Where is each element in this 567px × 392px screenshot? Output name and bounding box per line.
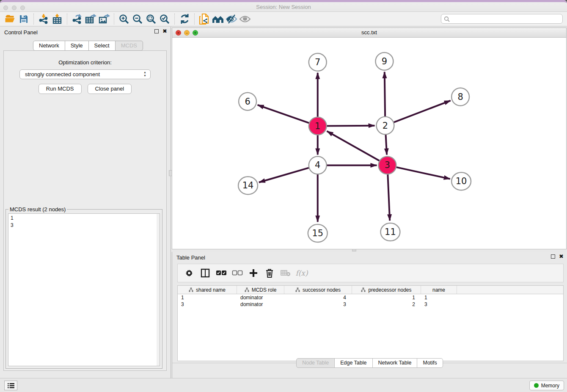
table-row[interactable]: 3dominator323 bbox=[178, 301, 563, 308]
tab-motifs[interactable]: Motifs bbox=[417, 358, 443, 368]
node-4[interactable]: 4 bbox=[309, 156, 327, 174]
criterion-dropdown[interactable]: strongly connected component ▲▼ bbox=[19, 69, 151, 79]
tab-select[interactable]: Select bbox=[88, 41, 116, 51]
close-panel-button[interactable]: Close panel bbox=[88, 84, 132, 94]
table-cell[interactable]: 3 bbox=[178, 301, 237, 308]
optimization-criterion-label: Optimization criterion: bbox=[4, 59, 166, 66]
table-cell[interactable]: dominator bbox=[237, 294, 284, 301]
criterion-value: strongly connected component bbox=[25, 71, 100, 77]
tab-node-table[interactable]: Node Table bbox=[296, 358, 335, 368]
zoom-fit-button[interactable] bbox=[144, 13, 158, 25]
export-network-button[interactable] bbox=[70, 13, 84, 25]
node-10[interactable]: 10 bbox=[451, 172, 471, 190]
tab-network-table[interactable]: Network Table bbox=[372, 358, 418, 368]
close-panel-icon[interactable]: ✖ bbox=[162, 29, 167, 33]
node-8[interactable]: 8 bbox=[451, 88, 469, 106]
node-11[interactable]: 11 bbox=[380, 223, 400, 241]
zoom-selected-button[interactable] bbox=[158, 13, 171, 25]
network-canvas[interactable]: 7968124314101511 bbox=[172, 38, 566, 249]
graphics-details-button[interactable] bbox=[238, 13, 252, 25]
column-sort-icon bbox=[361, 287, 366, 292]
edge-3-11[interactable] bbox=[388, 173, 390, 221]
node-table[interactable]: shared nameMCDS rolesuccessor nodesprede… bbox=[177, 285, 564, 361]
column-header-predecessor-nodes[interactable]: predecessor nodes bbox=[352, 286, 421, 294]
select-all-rows-icon[interactable] bbox=[214, 266, 228, 280]
column-header-shared-name[interactable]: shared name bbox=[178, 286, 237, 294]
tab-edge-table[interactable]: Edge Table bbox=[334, 358, 372, 368]
export-image-button[interactable] bbox=[97, 13, 111, 25]
network-maximize-icon[interactable]: + bbox=[193, 30, 198, 36]
network-close-icon[interactable]: ✕ bbox=[176, 30, 181, 36]
node-1[interactable]: 1 bbox=[309, 117, 327, 135]
table-cell[interactable]: 3 bbox=[284, 301, 352, 308]
network-window: ✕ – + scc.txt 7968124314101511 bbox=[172, 28, 567, 249]
deselect-all-rows-icon[interactable] bbox=[230, 266, 245, 280]
delete-table-icon[interactable] bbox=[278, 266, 293, 280]
gear-icon[interactable] bbox=[182, 266, 196, 280]
float-panel-icon[interactable] bbox=[154, 29, 159, 33]
search-input[interactable] bbox=[451, 16, 562, 22]
export-table-button[interactable] bbox=[84, 13, 97, 25]
new-network-from-selection-button[interactable] bbox=[198, 13, 211, 25]
edge-3-10[interactable] bbox=[395, 167, 450, 179]
column-sort-icon bbox=[189, 287, 193, 292]
tab-style[interactable]: Style bbox=[65, 41, 89, 51]
column-header-successor-nodes[interactable]: successor nodes bbox=[284, 286, 352, 294]
node-9[interactable]: 9 bbox=[375, 52, 393, 70]
save-session-button[interactable] bbox=[17, 13, 30, 25]
task-history-button[interactable] bbox=[4, 381, 17, 390]
split-view-icon[interactable] bbox=[198, 266, 212, 280]
node-3[interactable]: 3 bbox=[378, 156, 396, 174]
edge-2-9[interactable] bbox=[385, 72, 385, 118]
memory-button[interactable]: Memory bbox=[529, 381, 564, 390]
column-header-name[interactable]: name bbox=[421, 286, 457, 294]
control-panel-header: Control Panel ✖ bbox=[0, 27, 171, 38]
zoom-in-button[interactable] bbox=[117, 13, 131, 25]
table-cell[interactable]: 4 bbox=[284, 294, 352, 301]
node-6[interactable]: 6 bbox=[239, 93, 256, 110]
tab-mcds[interactable]: MCDS bbox=[115, 41, 143, 51]
search-field[interactable] bbox=[441, 14, 563, 24]
edge-1-2[interactable] bbox=[326, 126, 375, 126]
import-network-button[interactable] bbox=[37, 13, 50, 25]
node-15[interactable]: 15 bbox=[308, 224, 328, 242]
node-2[interactable]: 2 bbox=[376, 117, 394, 135]
network-minimize-icon[interactable]: – bbox=[184, 30, 190, 36]
column-sort-icon bbox=[295, 287, 300, 292]
table-row[interactable]: 1dominator411 bbox=[178, 294, 563, 301]
node-14[interactable]: 14 bbox=[238, 177, 258, 194]
table-cell[interactable]: 3 bbox=[421, 301, 457, 308]
function-builder-icon[interactable]: f(x) bbox=[295, 266, 309, 280]
memory-label: Memory bbox=[541, 383, 559, 389]
column-header-MCDS-role[interactable]: MCDS role bbox=[237, 286, 284, 294]
hide-graphics-details-button[interactable] bbox=[225, 13, 238, 25]
horizontal-splitter-handle[interactable] bbox=[352, 249, 356, 251]
mcds-result-fieldset: MCDS result (2 nodes) 1 3 bbox=[6, 209, 162, 369]
edge-2-3[interactable] bbox=[385, 134, 387, 155]
toolbar-separator bbox=[174, 14, 175, 25]
result-scrollbar[interactable] bbox=[157, 214, 160, 366]
zoom-out-button[interactable] bbox=[131, 13, 144, 25]
run-mcds-button[interactable]: Run MCDS bbox=[39, 84, 82, 94]
apply-layout-button[interactable] bbox=[178, 13, 191, 25]
mcds-result-text[interactable]: 1 3 bbox=[8, 213, 160, 366]
table-cell[interactable]: 2 bbox=[352, 301, 421, 308]
toolbar-separator bbox=[194, 14, 195, 25]
import-table-button[interactable] bbox=[50, 13, 64, 25]
first-neighbors-button[interactable] bbox=[211, 13, 225, 25]
edge-3-1[interactable] bbox=[327, 131, 380, 161]
delete-column-icon[interactable] bbox=[262, 266, 277, 280]
table-cell[interactable]: dominator bbox=[237, 301, 284, 308]
table-cell[interactable]: 1 bbox=[352, 294, 421, 301]
table-cell[interactable]: 1 bbox=[421, 294, 457, 301]
open-session-button[interactable] bbox=[3, 13, 17, 25]
edge-1-6[interactable] bbox=[258, 105, 310, 123]
table-cell[interactable]: 1 bbox=[178, 294, 237, 301]
edge-4-14[interactable] bbox=[259, 168, 310, 182]
float-table-panel-icon[interactable] bbox=[551, 254, 555, 259]
node-7[interactable]: 7 bbox=[309, 53, 327, 71]
tab-network[interactable]: Network bbox=[33, 41, 65, 51]
add-column-icon[interactable] bbox=[246, 266, 261, 280]
edge-2-8[interactable] bbox=[393, 101, 451, 123]
close-table-panel-icon[interactable]: ✖ bbox=[559, 254, 564, 259]
